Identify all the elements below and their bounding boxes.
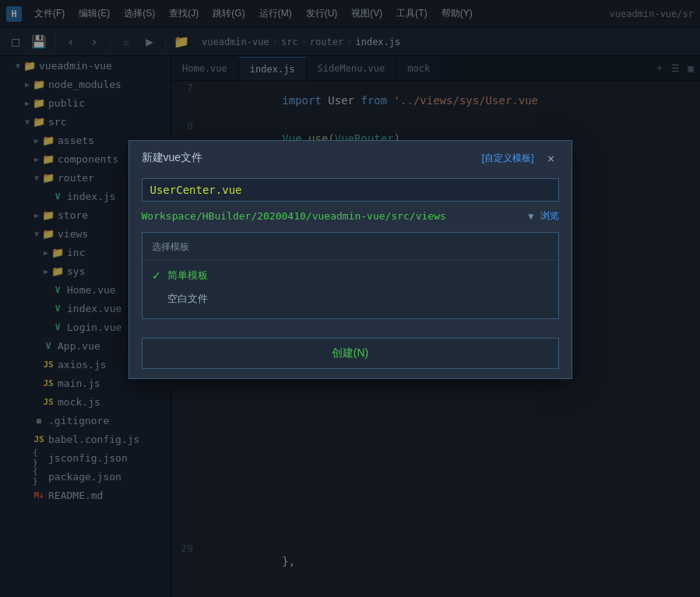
path-row: Workspace/HBuilder/20200410/vueadmin-vue…	[142, 209, 559, 223]
path-dropdown-arrow[interactable]: ▼	[528, 211, 533, 222]
dialog-body: Workspace/HBuilder/20200410/vueadmin-vue…	[129, 172, 572, 328]
template-label-blank: 空白文件	[167, 292, 208, 306]
template-check-icon: ✓	[152, 269, 167, 282]
dialog-title: 新建vue文件	[142, 151, 203, 165]
dialog-overlay: 新建vue文件 [自定义模板] × Workspace/HBuilder/202…	[0, 0, 700, 597]
dialog-header-right: [自定义模板] ×	[482, 150, 559, 166]
file-path: Workspace/HBuilder/20200410/vueadmin-vue…	[142, 210, 522, 222]
template-panel-title: 选择模板	[142, 241, 558, 261]
template-panel: 选择模板 ✓ 简单模板 空白文件	[142, 232, 559, 319]
filename-input[interactable]	[142, 178, 559, 202]
dialog-close-button[interactable]: ×	[543, 150, 559, 166]
dialog-header: 新建vue文件 [自定义模板] ×	[129, 141, 572, 172]
dialog-footer: 创建(N)	[129, 328, 572, 378]
template-item-simple[interactable]: ✓ 简单模板	[142, 264, 558, 287]
new-vue-file-dialog: 新建vue文件 [自定义模板] × Workspace/HBuilder/202…	[128, 140, 572, 379]
create-button[interactable]: 创建(N)	[142, 338, 559, 369]
template-label-simple: 简单模板	[167, 269, 208, 283]
template-item-blank[interactable]: 空白文件	[142, 287, 558, 311]
template-check-empty	[152, 293, 167, 305]
custom-template-link[interactable]: [自定义模板]	[482, 152, 534, 165]
browse-button[interactable]: 浏览	[540, 209, 559, 223]
